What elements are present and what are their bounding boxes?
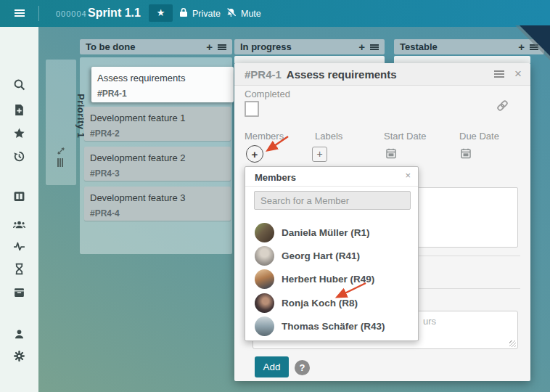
task-card[interactable]: Development feature 3 #PR4-4 — [84, 187, 231, 221]
help-icon[interactable]: ? — [295, 360, 310, 375]
popover-divider — [245, 186, 418, 187]
favorite-star-button[interactable]: ★ — [149, 4, 173, 22]
add-label-button[interactable]: + — [312, 147, 327, 162]
card-title: Development feature 2 — [84, 147, 231, 163]
column-title: Testable — [394, 41, 513, 52]
avatar — [255, 293, 274, 313]
privacy-status[interactable]: Private — [179, 0, 221, 27]
add-task-icon[interactable]: + — [513, 39, 530, 54]
column-header-testable: Testable + — [394, 39, 544, 54]
card-ref: #PR4-1 — [91, 83, 234, 99]
member-list-item[interactable]: Daniela Müller (R1) — [245, 221, 418, 244]
completed-label: Completed — [245, 89, 290, 99]
member-name: Ronja Koch (R8) — [282, 298, 358, 309]
due-date-calendar-icon[interactable] — [460, 147, 472, 159]
resize-handle[interactable] — [509, 340, 516, 347]
start-date-field-label: Start Date — [384, 131, 427, 142]
column-menu-icon[interactable] — [370, 44, 379, 50]
close-icon[interactable]: × — [514, 63, 522, 85]
column-title: To be done — [80, 41, 201, 52]
swimlane-label: Priority 1 — [56, 81, 86, 150]
labels-field-label: Labels — [315, 131, 342, 142]
member-name: Thomas Schäfer (R43) — [282, 321, 385, 332]
collapse-swimlane-icon[interactable] — [57, 145, 65, 154]
board-title: Sprint 1.1 — [88, 7, 141, 20]
archive-icon[interactable] — [13, 286, 25, 298]
swimlane-priority-1: Priority 1 — [46, 60, 76, 185]
add-task-icon[interactable]: + — [201, 39, 218, 54]
privacy-label: Private — [192, 9, 221, 19]
card-ref: #PR4-3 — [84, 163, 231, 179]
members-popover: Members × Daniela Müller (R1) Georg Hart… — [245, 166, 419, 341]
avatar — [255, 223, 274, 242]
add-document-icon[interactable] — [13, 104, 25, 116]
member-list: Daniela Müller (R1) Georg Hart (R41) Her… — [245, 221, 418, 338]
board-columns-icon[interactable] — [13, 190, 25, 203]
completed-checkbox[interactable] — [245, 101, 259, 117]
left-sidebar — [0, 27, 38, 392]
members-field-label: Members — [245, 131, 284, 142]
hamburger-menu-icon[interactable] — [15, 9, 25, 17]
member-list-item[interactable]: Ronja Koch (R8) — [245, 291, 418, 314]
member-list-item[interactable]: Georg Hart (R41) — [245, 244, 418, 267]
column-header-to-be-done: To be done + — [80, 39, 232, 54]
comment-placeholder-fragment: urs — [423, 316, 436, 327]
column-body-testable — [394, 56, 530, 63]
task-card[interactable]: Development feature 1 #PR4-2 — [84, 107, 231, 141]
board-number: 000004 — [56, 9, 87, 18]
bell-off-icon — [226, 7, 237, 20]
member-name: Georg Hart (R41) — [282, 250, 360, 261]
column-header-in-progress: In progress + — [234, 39, 385, 54]
task-ref: #PR4-1 — [245, 68, 282, 81]
member-list-item[interactable]: Herbert Huber (R49) — [245, 268, 418, 291]
task-card[interactable]: Development feature 2 #PR4-3 — [84, 147, 231, 181]
column-menu-icon[interactable] — [218, 44, 226, 50]
card-title: Development feature 3 — [84, 187, 231, 203]
column-title: In progress — [234, 41, 353, 52]
add-member-button[interactable]: + — [246, 145, 263, 163]
users-icon[interactable] — [13, 219, 25, 231]
search-icon[interactable] — [13, 78, 25, 91]
kanban-app: 000004 Sprint 1.1 ★ Private Mute To — [0, 0, 550, 392]
activity-icon[interactable] — [13, 240, 25, 253]
task-menu-icon[interactable] — [494, 70, 504, 78]
link-icon[interactable] — [493, 97, 511, 114]
member-name: Daniela Müller (R1) — [282, 227, 370, 238]
top-bar: 000004 Sprint 1.1 ★ Private Mute — [0, 0, 550, 27]
mute-label: Mute — [241, 9, 261, 19]
card-title: Development feature 1 — [84, 107, 231, 123]
card-title: Assess requirements — [91, 67, 234, 83]
history-icon[interactable] — [13, 150, 25, 163]
column-body-in-progress — [234, 56, 385, 63]
add-button[interactable]: Add — [255, 356, 289, 377]
avatar — [255, 269, 274, 289]
topbar-divider — [38, 6, 39, 21]
task-title: Assess requirements — [287, 68, 494, 81]
modal-header: #PR4-1 Assess requirements × — [234, 63, 530, 86]
card-ref: #PR4-4 — [84, 203, 231, 219]
card-ref: #PR4-2 — [84, 123, 231, 139]
member-search-input[interactable] — [254, 191, 411, 210]
member-name: Herbert Huber (R49) — [282, 274, 374, 285]
task-card[interactable]: Assess requirements #PR4-1 — [91, 67, 234, 102]
due-date-field-label: Due Date — [459, 131, 499, 142]
user-icon[interactable] — [13, 328, 25, 340]
hourglass-icon[interactable] — [13, 263, 25, 275]
mute-toggle[interactable]: Mute — [226, 0, 261, 27]
member-list-item[interactable]: Thomas Schäfer (R43) — [245, 315, 418, 338]
drag-handle-icon[interactable] — [57, 158, 63, 167]
avatar — [255, 317, 274, 336]
avatar — [255, 246, 274, 266]
add-task-icon[interactable]: + — [353, 39, 370, 54]
start-date-calendar-icon[interactable] — [385, 147, 397, 159]
popover-title: Members — [255, 172, 296, 183]
close-icon[interactable]: × — [405, 170, 411, 181]
lock-icon — [179, 7, 188, 20]
settings-icon[interactable] — [13, 350, 25, 362]
star-icon[interactable] — [13, 127, 25, 139]
